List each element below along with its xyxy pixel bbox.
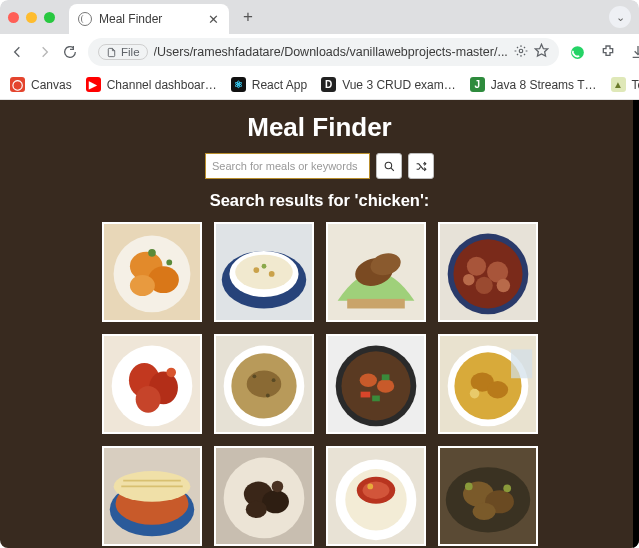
svg-point-83 — [472, 503, 495, 520]
svg-point-85 — [503, 484, 511, 492]
browser-chrome: Meal Finder ✕ + ⌄ File /Users/rameshfada… — [0, 0, 639, 100]
svg-point-32 — [463, 274, 475, 286]
svg-point-78 — [367, 484, 373, 490]
svg-point-28 — [466, 257, 485, 276]
search-input[interactable]: Search for meals or keywords — [205, 153, 370, 179]
meal-card[interactable] — [438, 446, 538, 546]
browser-tab[interactable]: Meal Finder ✕ — [69, 4, 229, 34]
meal-card[interactable] — [102, 334, 202, 434]
window-close-button[interactable] — [8, 12, 19, 23]
app-page: Meal Finder Search for meals or keywords… — [0, 100, 639, 548]
search-button[interactable] — [376, 153, 402, 179]
results-heading: Search results for 'chicken': — [0, 191, 639, 210]
bookmark-java-streams[interactable]: J Java 8 Streams T… — [470, 77, 597, 92]
search-row: Search for meals or keywords — [0, 153, 639, 179]
globe-icon — [78, 12, 92, 26]
reload-button[interactable] — [62, 43, 78, 61]
svg-point-5 — [385, 162, 392, 169]
window-right-edge — [633, 100, 639, 548]
svg-line-6 — [391, 168, 394, 171]
meal-card[interactable] — [214, 334, 314, 434]
meal-card[interactable] — [102, 446, 202, 546]
random-button[interactable] — [408, 153, 434, 179]
svg-point-20 — [261, 264, 266, 269]
bookmark-label: React App — [252, 78, 307, 92]
svg-point-77 — [362, 482, 389, 499]
svg-point-44 — [271, 378, 275, 382]
svg-point-59 — [469, 389, 479, 399]
svg-marker-1 — [535, 44, 548, 56]
meal-card[interactable] — [438, 334, 538, 434]
bookmarks-bar: ◯ Canvas ▶ Channel dashboar… ⚛ React App… — [0, 70, 639, 100]
svg-point-12 — [148, 249, 156, 257]
tab-overview-button[interactable]: ⌄ — [609, 6, 631, 28]
bookmark-canvas[interactable]: ◯ Canvas — [10, 77, 72, 92]
svg-point-38 — [166, 368, 176, 378]
results-grid — [0, 222, 639, 548]
address-bar[interactable]: File /Users/rameshfadatare/Downloads/van… — [88, 38, 559, 66]
window-zoom-button[interactable] — [44, 12, 55, 23]
meal-card[interactable] — [214, 446, 314, 546]
svg-point-13 — [166, 260, 172, 266]
svg-point-42 — [246, 371, 281, 398]
downloads-icon[interactable] — [629, 43, 639, 61]
shuffle-icon — [415, 160, 428, 173]
svg-point-72 — [271, 481, 283, 493]
back-button[interactable] — [10, 43, 26, 61]
window-minimize-button[interactable] — [26, 12, 37, 23]
new-tab-button[interactable]: + — [237, 7, 259, 27]
address-text: /Users/rameshfadatare/Downloads/vanillaw… — [154, 45, 508, 59]
bookmark-react-app[interactable]: ⚛ React App — [231, 77, 307, 92]
bookmark-label: Channel dashboar… — [107, 78, 217, 92]
meal-card[interactable] — [326, 446, 426, 546]
toolbar-right — [569, 43, 639, 61]
file-chip: File — [98, 44, 148, 60]
svg-rect-60 — [511, 349, 532, 378]
svg-rect-52 — [381, 374, 389, 380]
forward-button[interactable] — [36, 43, 52, 61]
svg-rect-53 — [372, 396, 380, 402]
svg-point-19 — [268, 271, 274, 277]
window-titlebar: Meal Finder ✕ + ⌄ — [0, 0, 639, 34]
svg-point-48 — [341, 351, 410, 420]
browser-toolbar: File /Users/rameshfadatare/Downloads/van… — [0, 34, 639, 70]
svg-point-50 — [376, 379, 393, 392]
window-traffic-lights — [8, 12, 55, 23]
share-icon[interactable] — [514, 44, 528, 61]
svg-point-84 — [464, 483, 472, 491]
svg-point-11 — [129, 275, 154, 296]
meal-card[interactable] — [326, 334, 426, 434]
bookmark-channel-dashboard[interactable]: ▶ Channel dashboar… — [86, 77, 217, 92]
bookmark-label: Top Java Multithr… — [632, 78, 639, 92]
svg-rect-51 — [360, 392, 370, 398]
bookmark-label: Java 8 Streams T… — [491, 78, 597, 92]
svg-point-31 — [496, 279, 509, 292]
bookmark-java-multithread[interactable]: ▲ Top Java Multithr… — [611, 77, 639, 92]
whatsapp-icon[interactable] — [569, 43, 587, 61]
meal-card[interactable] — [438, 222, 538, 322]
svg-point-71 — [245, 501, 266, 518]
svg-point-30 — [475, 277, 492, 294]
bookmark-label: Vue 3 CRUD exam… — [342, 78, 456, 92]
svg-point-58 — [487, 381, 508, 398]
file-chip-label: File — [121, 46, 140, 58]
tab-title: Meal Finder — [99, 12, 162, 26]
meal-card[interactable] — [326, 222, 426, 322]
extensions-icon[interactable] — [599, 43, 617, 61]
page-title: Meal Finder — [0, 112, 639, 143]
search-placeholder: Search for meals or keywords — [212, 160, 358, 172]
bookmark-label: Canvas — [31, 78, 72, 92]
search-icon — [383, 160, 396, 173]
svg-point-37 — [135, 386, 160, 413]
svg-point-18 — [253, 267, 259, 273]
svg-point-17 — [235, 255, 293, 290]
meal-card[interactable] — [214, 222, 314, 322]
bookmark-vue-crud[interactable]: D Vue 3 CRUD exam… — [321, 77, 456, 92]
tab-close-button[interactable]: ✕ — [208, 13, 219, 26]
svg-point-49 — [359, 373, 376, 386]
svg-point-45 — [265, 394, 269, 398]
meal-card[interactable] — [102, 222, 202, 322]
svg-point-0 — [519, 49, 523, 53]
star-icon[interactable] — [534, 43, 549, 61]
svg-rect-24 — [347, 299, 405, 309]
